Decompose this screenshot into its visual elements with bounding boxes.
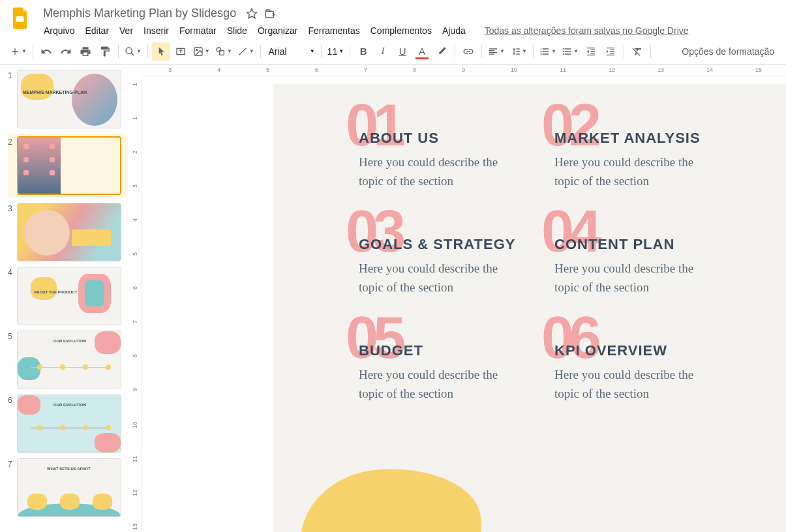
numbered-list-button[interactable]: ▼	[537, 42, 558, 61]
menu-organizar[interactable]: Organizar	[253, 23, 302, 38]
app-logo[interactable]	[8, 5, 34, 31]
ruler-tick-label: 15	[755, 66, 762, 73]
ruler-tick-label: 1	[132, 83, 138, 86]
paint-format-button[interactable]	[96, 42, 114, 61]
clear-format-button[interactable]	[628, 42, 646, 61]
thumb-number: 2	[8, 136, 17, 195]
menu-editar[interactable]: Editar	[80, 23, 113, 38]
slide-thumbnail-6[interactable]: OUR EVOLUTION	[17, 394, 121, 453]
bold-button[interactable]: B	[354, 42, 372, 61]
thumb-number: 5	[8, 331, 17, 389]
menu-complementos[interactable]: Complementos	[366, 23, 436, 38]
toc-title: ABOUT US	[359, 130, 554, 147]
move-icon[interactable]	[264, 7, 277, 20]
toc-number: 06	[541, 304, 596, 372]
new-slide-button[interactable]: ▼	[8, 42, 29, 61]
thumb-row-5: 5 OUR EVOLUTION	[8, 331, 128, 389]
line-button[interactable]: ▼	[235, 42, 256, 61]
ruler-tick-label: 11	[560, 66, 566, 73]
image-button[interactable]: ▼	[191, 42, 212, 61]
canvas-area: 3456789101112131415 112345678910111213 0…	[130, 65, 786, 532]
textbox-button[interactable]	[172, 42, 190, 61]
indent-increase-button[interactable]	[601, 42, 620, 61]
menu-slide[interactable]: Slide	[222, 23, 252, 38]
menu-ajuda[interactable]: Ajuda	[438, 23, 470, 38]
toc-title: BUDGET	[359, 342, 554, 359]
slide-thumbnail-7[interactable]: WHAT SETS US APART	[17, 458, 121, 517]
svg-point-5	[196, 49, 198, 50]
toc-grid: 01 ABOUT US Here you could describe the …	[359, 130, 750, 403]
toc-title: CONTENT PLAN	[554, 236, 750, 253]
star-icon[interactable]	[245, 7, 258, 20]
slide-canvas[interactable]: 01 ABOUT US Here you could describe the …	[274, 84, 786, 532]
slide-thumbnail-1[interactable]: MEMPHIS MARKETING PLAN	[17, 70, 121, 128]
text-color-button[interactable]: A	[413, 42, 431, 61]
ruler-tick-label: 4	[217, 66, 220, 73]
toc-number: 01	[346, 92, 401, 159]
toc-item-2[interactable]: 02 MARKET ANALYSIS Here you could descri…	[554, 130, 750, 190]
menu-arquivo[interactable]: Arquivo	[39, 23, 79, 38]
thumb-5-label: OUR EVOLUTION	[53, 339, 86, 343]
title-area: Memphis Marketing Plan by Slidesgo Arqui…	[39, 5, 778, 38]
indent-decrease-button[interactable]	[582, 42, 600, 61]
redo-button[interactable]	[57, 42, 75, 61]
toc-title: KPI OVERVIEW	[554, 342, 750, 359]
toc-item-4[interactable]: 04 CONTENT PLAN Here you could describe …	[554, 236, 750, 297]
line-spacing-button[interactable]: ▼	[508, 42, 529, 61]
toc-item-3[interactable]: 03 GOALS & STRATEGY Here you could descr…	[359, 236, 554, 297]
bullet-list-button[interactable]: ▼	[560, 42, 581, 61]
horizontal-ruler[interactable]: 3456789101112131415	[142, 65, 786, 76]
menu-ver[interactable]: Ver	[115, 23, 138, 38]
toc-item-6[interactable]: 06 KPI OVERVIEW Here you could describe …	[554, 342, 750, 403]
slide-thumbnail-3[interactable]	[17, 203, 121, 261]
toc-title: MARKET ANALYSIS	[554, 130, 750, 147]
ruler-tick-label: 3	[168, 66, 172, 73]
ruler-tick-label: 1	[132, 117, 138, 120]
select-tool[interactable]	[152, 42, 170, 61]
slide-thumbnail-2[interactable]: — — — — — —	[17, 136, 121, 195]
italic-button[interactable]: I	[374, 42, 392, 61]
toc-item-1[interactable]: 01 ABOUT US Here you could describe the …	[359, 130, 554, 190]
separator	[481, 45, 482, 58]
document-title[interactable]: Memphis Marketing Plan by Slidesgo	[39, 5, 240, 22]
separator	[455, 45, 455, 58]
slide-thumbnail-4[interactable]: ABOUT THE PRODUCT	[17, 267, 121, 325]
ruler-tick-label: 8	[132, 354, 138, 357]
ruler-tick-label: 9	[132, 388, 138, 391]
link-button[interactable]	[459, 42, 477, 61]
thumb-row-4: 4 ABOUT THE PRODUCT	[8, 267, 128, 325]
toc-item-5[interactable]: 05 BUDGET Here you could describe the to…	[359, 342, 554, 403]
ruler-tick-label: 6	[132, 286, 138, 289]
align-button[interactable]: ▼	[486, 42, 507, 61]
print-button[interactable]	[76, 42, 95, 61]
separator	[33, 45, 33, 58]
vertical-ruler[interactable]: 112345678910111213	[130, 76, 142, 532]
underline-button[interactable]: U	[393, 42, 412, 61]
separator	[321, 45, 322, 58]
highlight-button[interactable]	[432, 42, 451, 61]
thumb-row-3: 3	[8, 203, 128, 261]
zoom-button[interactable]: ▼	[123, 42, 144, 61]
svg-point-6	[217, 48, 221, 52]
font-size-label: 11	[327, 46, 338, 57]
font-name-select[interactable]: Arial▼	[265, 42, 317, 61]
separator	[350, 45, 350, 58]
ruler-tick-label: 12	[609, 66, 615, 73]
ruler-tick-label: 13	[658, 66, 664, 73]
font-size-select[interactable]: 11▼	[325, 42, 346, 61]
save-status[interactable]: Todas as alterações foram salvas no Goog…	[485, 25, 689, 36]
menu-ferramentas[interactable]: Ferramentas	[303, 23, 364, 38]
undo-button[interactable]	[37, 42, 55, 61]
thumbnails-sidebar[interactable]: 1 MEMPHIS MARKETING PLAN 2 — — — — — — 3	[0, 65, 130, 532]
ruler-tick-label: 11	[132, 456, 138, 462]
toc-number: 05	[346, 304, 401, 372]
thumb-6-label: OUR EVOLUTION	[53, 403, 86, 407]
menu-formatar[interactable]: Formatar	[175, 23, 221, 38]
shape-button[interactable]: ▼	[213, 42, 234, 61]
separator	[118, 45, 119, 58]
menu-inserir[interactable]: Inserir	[139, 23, 174, 38]
slide-thumbnail-5[interactable]: OUR EVOLUTION	[17, 331, 121, 389]
format-options-button[interactable]: Opções de formatação	[678, 44, 778, 59]
ruler-tick-label: 14	[706, 66, 713, 73]
toc-number: 04	[541, 198, 596, 265]
